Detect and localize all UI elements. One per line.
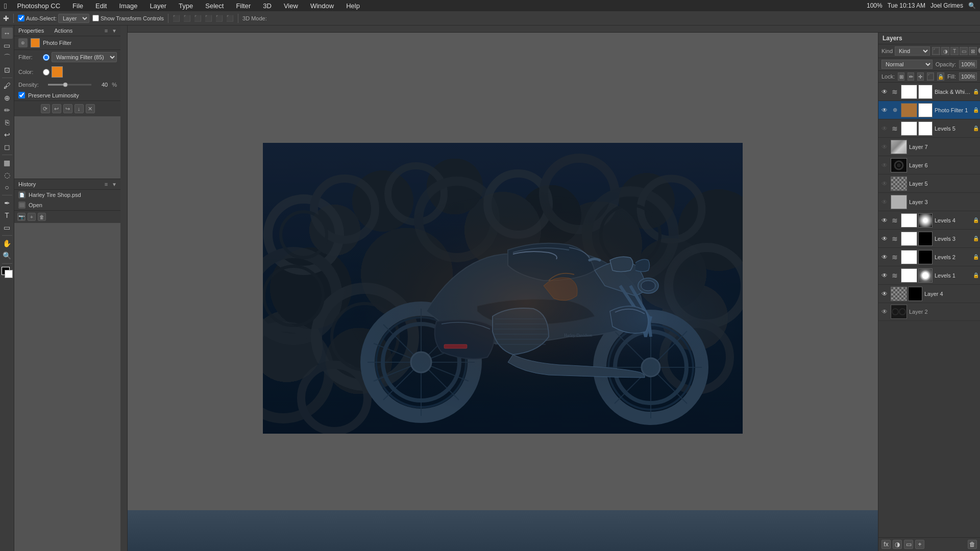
- align-middle-icon[interactable]: ⬛: [215, 15, 223, 22]
- lasso-tool[interactable]: ⌒: [2, 52, 13, 63]
- transform-controls-check[interactable]: Show Transform Controls: [92, 15, 164, 21]
- history-brush-tool[interactable]: ↩: [2, 129, 13, 140]
- move-tool[interactable]: ↔: [2, 28, 13, 39]
- search-icon[interactable]: 🔍: [968, 2, 976, 9]
- align-bottom-icon[interactable]: ⬛: [226, 15, 234, 22]
- prop-icon-1[interactable]: ⟳: [41, 104, 50, 113]
- hand-tool[interactable]: ✋: [2, 238, 13, 249]
- shape-tool[interactable]: ▭: [2, 222, 13, 233]
- lock-artboard-btn[interactable]: ⬛: [927, 72, 934, 81]
- layer-visibility-l3[interactable]: 👁: [880, 198, 889, 206]
- layer-item-l3[interactable]: 👁 Layer 3: [878, 193, 980, 211]
- filter-radio[interactable]: [43, 54, 50, 61]
- gradient-tool[interactable]: ▦: [2, 157, 13, 168]
- eyedropper-tool[interactable]: 🖋: [2, 80, 13, 91]
- menu-3d[interactable]: 3D: [261, 2, 274, 10]
- crop-tool[interactable]: ⊡: [2, 64, 13, 76]
- layer-visibility-l6[interactable]: 👁: [880, 161, 889, 169]
- brush-tool[interactable]: ✏: [2, 105, 13, 116]
- layer-item-bw1[interactable]: 👁 ≋ Black & White 1 🔒: [878, 83, 980, 101]
- density-slider[interactable]: [48, 82, 91, 88]
- auto-select-target[interactable]: Layer Group: [58, 14, 89, 23]
- history-menu-icon[interactable]: ▼: [112, 182, 117, 187]
- filter-type-icon[interactable]: T: [950, 47, 959, 55]
- lock-position-btn[interactable]: ✛: [917, 72, 924, 81]
- prop-icon-2[interactable]: ↩: [52, 104, 61, 113]
- layer-visibility-lv3[interactable]: 👁: [880, 235, 889, 243]
- properties-actions-tab[interactable]: Actions: [54, 28, 72, 34]
- layer-visibility-bw1[interactable]: 👁: [880, 88, 889, 96]
- align-right-icon[interactable]: ⬛: [194, 15, 202, 22]
- layer-item-l2[interactable]: 👁 Layer 2: [878, 303, 980, 321]
- menu-image[interactable]: Image: [117, 2, 139, 10]
- layer-item-lv5[interactable]: 👁 ≋ Levels 5 🔒: [878, 119, 980, 138]
- history-collapse-btn[interactable]: ≡: [105, 181, 108, 187]
- menu-select[interactable]: Select: [203, 2, 226, 10]
- layer-item-l6[interactable]: 👁 Layer 6: [878, 156, 980, 174]
- transform-controls-checkbox[interactable]: [92, 15, 99, 21]
- menu-filter[interactable]: Filter: [234, 2, 253, 10]
- layers-trash-btn[interactable]: 🗑: [968, 540, 977, 549]
- filter-toggle[interactable]: [978, 47, 980, 54]
- menu-edit[interactable]: Edit: [93, 2, 109, 10]
- opacity-input[interactable]: [959, 60, 977, 68]
- layer-item-lv4[interactable]: 👁 ≋ Levels 4 🔒: [878, 211, 980, 230]
- history-new-btn[interactable]: +: [28, 213, 36, 221]
- layer-visibility-lv5[interactable]: 👁: [880, 124, 889, 133]
- color-swatch[interactable]: [52, 66, 63, 78]
- menu-window[interactable]: Window: [308, 2, 336, 10]
- history-trash-btn[interactable]: 🗑: [38, 213, 46, 221]
- menu-help[interactable]: Help: [344, 2, 362, 10]
- canvas-area[interactable]: Harley-Davidson 因为它有点阴凉，呢，你知道天空是你的来源: [128, 26, 878, 551]
- filter-select[interactable]: Warming Filter (85) Cooling Filter (80) …: [52, 52, 117, 62]
- lock-all-btn[interactable]: 🔒: [937, 72, 944, 81]
- pen-tool[interactable]: ✒: [2, 197, 13, 209]
- eraser-tool[interactable]: ◻: [2, 141, 13, 153]
- history-item-current[interactable]: 📄 Harley Tire Shop.psd: [14, 190, 121, 200]
- layers-group-btn[interactable]: ▭: [904, 540, 913, 549]
- blend-mode-select[interactable]: Normal Multiply Screen Overlay Luminosit…: [881, 60, 933, 69]
- healing-tool[interactable]: ⊕: [2, 92, 13, 104]
- lock-transparent-btn[interactable]: ⊞: [898, 72, 904, 81]
- prop-icon-3[interactable]: ↪: [63, 104, 72, 113]
- layer-visibility-l7[interactable]: 👁: [880, 143, 889, 151]
- menu-view[interactable]: View: [282, 2, 300, 10]
- clone-tool[interactable]: ⎘: [2, 117, 13, 128]
- apple-menu[interactable]: : [4, 2, 7, 10]
- layer-visibility-lv1[interactable]: 👁: [880, 271, 889, 280]
- filter-adj-icon[interactable]: ◑: [941, 47, 949, 55]
- layers-adjustment-btn[interactable]: ◑: [893, 540, 902, 549]
- layer-item-lv1[interactable]: 👁 ≋ Levels 1 🔒: [878, 266, 980, 285]
- layers-new-btn[interactable]: +: [915, 540, 924, 549]
- auto-select-check[interactable]: Auto-Select: Layer Group: [18, 14, 89, 23]
- foreground-color[interactable]: [2, 267, 13, 278]
- menu-type[interactable]: Type: [177, 2, 195, 10]
- layer-visibility-pf1[interactable]: 👁: [880, 106, 889, 114]
- filter-smart-icon[interactable]: ⊠: [969, 47, 977, 55]
- menu-file[interactable]: File: [70, 2, 85, 10]
- auto-select-checkbox[interactable]: [18, 15, 24, 21]
- layer-item-l5[interactable]: 👁 Layer 5: [878, 174, 980, 193]
- filter-shape-icon[interactable]: ▭: [960, 47, 968, 55]
- layers-filter-select[interactable]: Kind Name Effect Mode Attribute Color: [895, 46, 930, 56]
- preserve-luminosity-label[interactable]: Preserve Luminosity: [28, 92, 79, 98]
- layer-visibility-l5[interactable]: 👁: [880, 180, 889, 188]
- history-item-open[interactable]: Open: [14, 200, 121, 210]
- prop-icon-5[interactable]: ✕: [86, 104, 95, 113]
- layer-visibility-l2[interactable]: 👁: [880, 308, 889, 316]
- lock-image-btn[interactable]: ✏: [908, 72, 914, 81]
- properties-menu-icon[interactable]: ▼: [112, 28, 117, 34]
- selection-tool[interactable]: ▭: [2, 40, 13, 51]
- layer-visibility-lv4[interactable]: 👁: [880, 216, 889, 224]
- history-snapshot-btn[interactable]: 📷: [17, 213, 26, 221]
- zoom-tool[interactable]: 🔍: [2, 250, 13, 261]
- menu-photoshop[interactable]: Photoshop CC: [15, 2, 62, 10]
- blur-tool[interactable]: ◌: [2, 169, 13, 181]
- type-tool[interactable]: T: [2, 210, 13, 221]
- layers-fx-btn[interactable]: fx: [881, 540, 891, 549]
- dodge-tool[interactable]: ○: [2, 182, 13, 193]
- layer-item-l4[interactable]: 👁 Layer 4: [878, 285, 980, 303]
- layer-visibility-lv2[interactable]: 👁: [880, 253, 889, 261]
- align-left-icon[interactable]: ⬛: [173, 15, 180, 22]
- layer-visibility-l4[interactable]: 👁: [880, 290, 889, 298]
